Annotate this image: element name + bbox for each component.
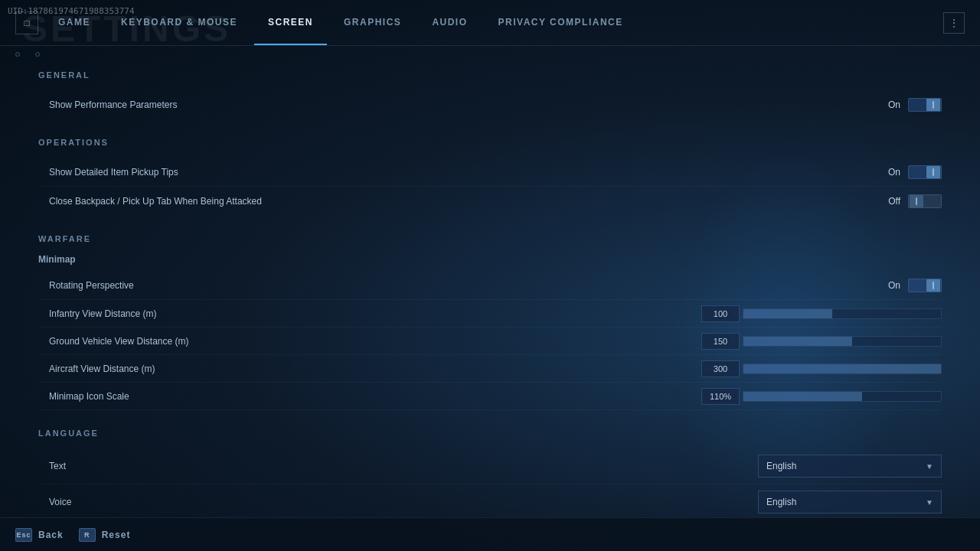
toggle-rotating-perspective-track[interactable] [908,279,942,292]
setting-aircraft-view-distance: Aircraft View Distance (m) 300 [38,355,942,383]
toggle-thumb-line-4 [933,282,934,289]
setting-show-performance: Show Performance Parameters On [38,90,942,119]
toggle-show-performance-track[interactable] [908,98,942,112]
slider-ground-vehicle-label: Ground Vehicle View Distance (m) [38,336,701,347]
scroll-dot-2 [35,52,40,57]
tab-game-label: GAME [58,17,90,28]
toggle-thumb-line-3 [916,197,917,205]
toggle-thumb-line-2 [933,168,934,176]
toggle-close-backpack-thumb [910,195,923,207]
reset-button[interactable]: R Reset [79,528,131,542]
tab-audio-label: AUDIO [432,17,467,28]
section-operations: OPERATIONS Show Detailed Item Pickup Tip… [38,138,942,216]
slider-minimap-icon-scale-track[interactable] [743,391,942,402]
section-language-title: LANGUAGE [38,429,942,441]
setting-show-performance-label: Show Performance Parameters [38,99,877,110]
dropdown-text-language[interactable]: English ▼ [758,455,942,478]
reset-key-badge: R [79,528,96,542]
subsection-minimap-title: Minimap [38,254,942,265]
setting-item-pickup-tips-value: On [877,167,900,178]
slider-infantry-track[interactable] [743,308,942,319]
dropdown-text-language-arrow: ▼ [926,462,933,471]
back-key-badge: Esc [15,528,32,542]
slider-minimap-icon-scale-label: Minimap Icon Scale [38,391,701,402]
setting-item-pickup-tips: Show Detailed Item Pickup Tips On [38,158,942,187]
scroll-dot-1 [15,52,20,57]
back-button[interactable]: Esc Back [15,528,64,542]
nav-tabs: □ GAME KEYBOARD & MOUSE SCREEN GRAPHICS … [0,0,980,46]
section-warfare-title: WARFARE [38,234,942,246]
section-general-title: GENERAL [38,70,942,83]
slider-ground-vehicle-track[interactable] [743,336,942,347]
tab-graphics-label: GRAPHICS [344,17,401,28]
dropdown-text-language-value: English [766,461,796,471]
section-warfare: WARFARE Minimap Rotating Perspective On … [38,234,942,410]
settings-content[interactable]: GENERAL Show Performance Parameters On O… [0,63,980,517]
dropdown-voice-language-value: English [766,497,796,507]
toggle-close-backpack[interactable] [908,194,942,208]
tab-privacy-compliance-label: PRIVACY COMPLIANCE [498,17,623,28]
tab-privacy-compliance[interactable]: PRIVACY COMPLIANCE [485,0,637,45]
slider-aircraft-track-container [743,364,942,374]
setting-close-backpack-value: Off [877,196,900,207]
toggle-item-pickup-tips[interactable] [908,165,942,179]
tab-audio[interactable]: AUDIO [418,0,481,45]
slider-infantry-label: Infantry View Distance (m) [38,308,701,319]
reset-label: Reset [102,530,131,540]
toggle-thumb-line [933,101,934,109]
uid-display: UID:187861974671988353774 [8,6,135,16]
toggle-item-pickup-tips-track[interactable] [908,165,942,179]
scroll-indicators [0,46,980,63]
tab-keyboard-mouse-label: KEYBOARD & MOUSE [121,17,237,28]
toggle-show-performance[interactable] [908,98,942,112]
slider-ground-vehicle-value[interactable]: 150 [701,333,740,350]
setting-rotating-perspective-label: Rotating Perspective [38,280,877,291]
tab-screen[interactable]: SCREEN [254,0,327,45]
slider-aircraft-value[interactable]: 300 [701,360,740,377]
bottom-bar: Esc Back R Reset [0,517,980,551]
tab-icon-right[interactable]: ⋮ [943,12,965,34]
setting-ground-vehicle-view-distance: Ground Vehicle View Distance (m) 150 [38,328,942,355]
slider-minimap-icon-scale-track-container [743,391,942,402]
toggle-item-pickup-tips-thumb [926,166,940,178]
setting-text-language: Text English ▼ [38,448,942,484]
slider-ground-vehicle-fill [743,337,852,346]
icon-left-symbol: □ [24,18,29,28]
setting-rotating-perspective: Rotating Perspective On [38,271,942,300]
setting-voice-language: Voice English ▼ [38,484,942,517]
dropdown-voice-language[interactable]: English ▼ [758,491,942,514]
setting-item-pickup-tips-label: Show Detailed Item Pickup Tips [38,167,877,178]
slider-infantry-track-container [743,308,942,319]
main-container: UID:187861974671988353774 Settings □ GAM… [0,0,980,551]
back-label: Back [38,530,64,540]
slider-aircraft-fill [743,364,941,373]
section-language: LANGUAGE Text English ▼ Voice English ▼ [38,429,942,517]
setting-infantry-view-distance: Infantry View Distance (m) 100 [38,300,942,328]
slider-minimap-icon-scale-fill [743,392,862,401]
slider-aircraft-label: Aircraft View Distance (m) [38,364,701,374]
setting-close-backpack-label: Close Backpack / Pick Up Tab When Being … [38,196,877,207]
icon-right-symbol: ⋮ [949,18,959,28]
tab-screen-label: SCREEN [268,17,313,28]
setting-rotating-perspective-value: On [877,280,900,291]
section-operations-title: OPERATIONS [38,138,942,150]
toggle-show-performance-thumb [926,99,940,111]
slider-infantry-value[interactable]: 100 [701,305,740,322]
dropdown-voice-language-arrow: ▼ [926,498,933,507]
slider-aircraft-track[interactable] [743,364,942,374]
toggle-rotating-perspective[interactable] [908,279,942,292]
setting-close-backpack: Close Backpack / Pick Up Tab When Being … [38,187,942,216]
setting-text-language-label: Text [38,461,758,471]
slider-ground-vehicle-track-container [743,336,942,347]
slider-minimap-icon-scale-value[interactable]: 110% [701,388,740,405]
toggle-rotating-perspective-thumb [926,279,940,292]
setting-show-performance-value: On [877,99,900,110]
setting-minimap-icon-scale: Minimap Icon Scale 110% [38,383,942,410]
toggle-close-backpack-track[interactable] [908,194,942,208]
slider-infantry-fill [743,309,832,318]
tab-graphics[interactable]: GRAPHICS [330,0,415,45]
section-general: GENERAL Show Performance Parameters On [38,70,942,119]
setting-voice-language-label: Voice [38,497,758,507]
